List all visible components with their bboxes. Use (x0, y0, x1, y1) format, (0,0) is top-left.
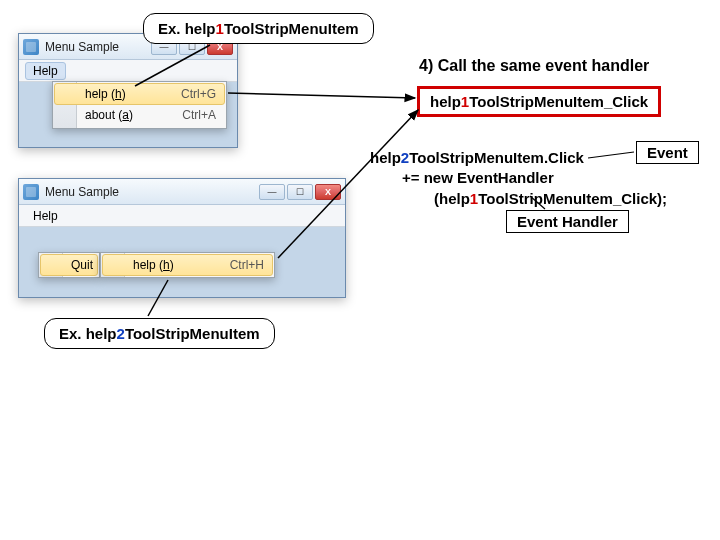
dropdown-1: help (h) Ctrl+G about (a) Ctrl+A (52, 81, 227, 129)
window-title-1: Menu Sample (45, 40, 151, 54)
tag-event-handler: Event Handler (506, 210, 629, 233)
accel: Ctrl+H (230, 258, 264, 272)
handler-name-box: help1ToolStripMenuItem_Click (417, 86, 661, 117)
menu-help-2[interactable]: Help (25, 207, 66, 225)
code-block: help2ToolStripMenuItem.Click += new Even… (370, 148, 667, 209)
dropdown-2: Quit (38, 252, 100, 278)
minimize-button[interactable]: — (259, 184, 285, 200)
close-button[interactable]: X (315, 184, 341, 200)
menubar-1: Help (19, 60, 237, 82)
dropdown-2-sub: help (h) Ctrl+H (100, 252, 275, 278)
titlebar-2: Menu Sample — ☐ X (19, 179, 345, 205)
accel: Ctrl+G (181, 87, 216, 101)
accel: Ctrl+A (182, 108, 216, 122)
step-label: 4) Call the same event handler (419, 57, 649, 75)
menu-help-1[interactable]: Help (25, 62, 66, 80)
callout-help1: Ex. help1ToolStripMenuItem (143, 13, 374, 44)
tag-event: Event (636, 141, 699, 164)
menuitem-quit[interactable]: Quit (40, 254, 98, 276)
maximize-button[interactable]: ☐ (287, 184, 313, 200)
app-icon (23, 184, 39, 200)
menuitem-help-h[interactable]: help (h) Ctrl+G (54, 83, 225, 105)
callout-help2: Ex. help2ToolStripMenuItem (44, 318, 275, 349)
window-2: Menu Sample — ☐ X Help (18, 178, 346, 298)
app-icon (23, 39, 39, 55)
menuitem-help-h-2[interactable]: help (h) Ctrl+H (102, 254, 273, 276)
menubar-2: Help (19, 205, 345, 227)
menuitem-about-a[interactable]: about (a) Ctrl+A (55, 104, 224, 126)
window-title-2: Menu Sample (45, 185, 259, 199)
